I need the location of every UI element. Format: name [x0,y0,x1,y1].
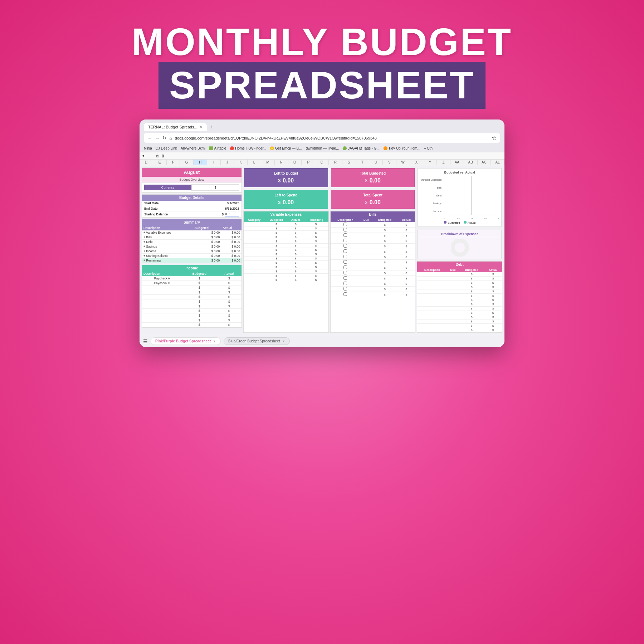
debt-tbody: $$ $$ $$ $$ $$ $$ $$ $$ $$ $$ $$ [417,272,502,332]
currency-value[interactable]: $ [191,184,239,191]
summary-budget-debt[interactable]: $ 0.00 [193,240,221,244]
summary-budget-bills[interactable]: $ 0.00 [193,235,221,240]
bookmark-other[interactable]: » Oth [424,146,433,150]
tab-pink-purple[interactable]: Pink/Purple Budget Spreadsheet ▼ [151,337,221,345]
bills-checkbox-10[interactable] [343,271,347,274]
total-spent-label: Total Spent [335,193,411,197]
bills-checkbox-7[interactable] [343,255,347,258]
cell-reference[interactable]: ▾ [142,153,153,158]
income-table: Description Budgeted Actual Paycheck A $… [142,271,241,327]
debt-th-desc: Description [417,268,447,272]
bills-row-3: $$ [331,233,415,238]
income-actual-b[interactable]: $ [217,281,242,286]
tab-pink-purple-label: Pink/Purple Budget Spreadsheet [155,339,211,343]
end-date-value[interactable]: 8/31/2023 [225,207,239,210]
total-budgeted-value[interactable]: 0.00 [370,177,381,184]
budget-details-box: Budget Details Start Date 8/1/2023 End D… [142,194,242,218]
bookmark-jagahb[interactable]: 🟢 JAGAHB Tags - G... [342,146,380,150]
reload-button[interactable]: ↻ [162,135,166,141]
starting-balance-value[interactable]: 0.00 [225,212,239,216]
bills-checkbox-9[interactable] [343,265,347,269]
bills-checkbox-13[interactable] [343,287,347,291]
budget-details-label: Budget Details [142,195,241,201]
col-p: P [302,160,315,165]
bills-checkbox-6[interactable] [343,249,347,253]
bookmark-cj[interactable]: CJ Deep Link [156,146,177,150]
income-label: Income [142,265,241,271]
debt-row-10: $$ [417,311,502,315]
bookmark-icon[interactable]: ☆ [492,135,497,141]
debt-row-5: $$ [417,289,502,294]
col-w: W [396,160,410,165]
total-budgeted-label: Total Budgeted [335,171,411,175]
summary-budget-savings[interactable]: $ 0.00 [193,244,221,249]
bills-checkbox-5[interactable] [343,244,347,248]
summary-actual-bills[interactable]: $ 0.00 [221,235,241,240]
bills-checkbox-3[interactable] [343,233,347,237]
summary-actual-startbal[interactable]: $ 0.00 [221,254,241,258]
left-to-budget-value[interactable]: 0.00 [283,177,294,184]
tab-blue-dropdown-icon[interactable]: ▼ [282,340,286,343]
var-th-actual: Actual [288,218,303,222]
var-row-5: $$$ [244,239,328,244]
bookmark-dwnldmen[interactable]: dwnldmen — Hype... [306,146,339,150]
col-r: R [329,160,342,165]
summary-budget-startbal[interactable]: $ 0.00 [193,254,221,258]
summary-budget-remaining[interactable]: $ 0.00 [193,258,221,263]
formula-value[interactable]: 0 [162,154,164,158]
col-al: AL [491,160,504,165]
spreadsheet-area: ▾ fx 0 D E F G H I J K L M N O P Q R [140,152,504,347]
bills-table: Description Due Budgeted Actual $$ $$ $$ [331,218,415,297]
total-budgeted-value-row: $ 0.00 [335,177,411,184]
left-to-spend-value[interactable]: 0.00 [283,199,294,206]
var-row-4: $$$ [244,235,328,239]
bookmark-ninja[interactable]: Ninja [144,146,152,150]
summary-row-startbal: + Starting Balance $ 0.00 $ 0.00 [142,254,241,258]
income-budget-b[interactable]: $ [182,281,217,286]
bills-checkbox-14[interactable] [343,292,347,296]
bills-checkbox-12[interactable] [343,282,347,285]
left-to-budget-value-row: $ 0.00 [248,177,324,184]
start-date-value[interactable]: 8/1/2023 [227,201,239,205]
debt-row-7: $$ [417,298,502,302]
home-button[interactable]: ⌂ [169,135,172,141]
bookmark-home[interactable]: 🔴 Home | KWFinder... [230,146,266,150]
left-to-budget-dollar: $ [278,178,280,183]
summary-actual-savings[interactable]: $ 0.00 [221,244,241,249]
income-actual-a[interactable]: $ [217,276,242,281]
bookmark-anywhere[interactable]: Anywhere Bkml [181,146,205,150]
tab-pink-dropdown-icon[interactable]: ▼ [213,340,216,343]
bills-checkbox-11[interactable] [343,276,347,280]
bills-row-9: $$ [331,265,415,270]
address-bar[interactable]: ← → ↻ ⌂ docs.google.com/spreadsheets/d/1… [144,133,500,143]
bookmark-airtable[interactable]: 🟩 Airtable [209,146,226,150]
bills-checkbox-4[interactable] [343,239,347,242]
tab-blue-green[interactable]: Blue/Green Budget Spreadsheet ▼ [224,337,290,345]
bills-checkbox-8[interactable] [343,260,347,264]
bookmark-emoji[interactable]: 😊 Get Emoji — Li... [270,146,302,150]
variable-expenses-box: Variable Expenses Category Budgeted Actu… [243,211,329,333]
end-date-row: End Date 8/31/2023 [142,206,241,211]
sheets-menu-icon[interactable]: ☰ [143,338,148,344]
browser-tab-active[interactable]: TERNAL: Budget Spreads... ✕ [144,123,207,131]
tab-close-icon[interactable]: ✕ [200,125,203,129]
income-row-8: $$ [142,309,241,313]
income-box: Income Description Budgeted Actual [142,265,242,328]
summary-actual-varexp[interactable]: $ 0.00 [221,230,241,235]
new-tab-button[interactable]: + [208,123,216,131]
summary-th-budgeted: Budgeted [193,225,221,230]
back-button[interactable]: ← [147,135,152,141]
summary-actual-debt[interactable]: $ 0.00 [221,240,241,244]
total-spent-value[interactable]: 0.00 [370,199,381,206]
summary-budget-varexp[interactable]: $ 0.00 [193,230,221,235]
income-budget-a[interactable]: $ [182,276,217,281]
summary-actual-income[interactable]: $ 0.00 [221,249,241,254]
bills-checkbox-1[interactable] [343,223,347,226]
forward-button[interactable]: → [155,135,160,141]
bills-checkbox-2[interactable] [343,228,347,231]
legend-budgeted: Budgeted [444,221,460,224]
summary-actual-remaining[interactable]: $ 0.00 [221,258,241,263]
url-bar[interactable]: docs.google.com/spreadsheets/d/1QPtdnEJN… [175,136,489,140]
bookmark-tidy[interactable]: 🟠 Tidy Up Your Hom... [383,146,420,150]
summary-budget-income[interactable]: $ 0.00 [193,249,221,254]
